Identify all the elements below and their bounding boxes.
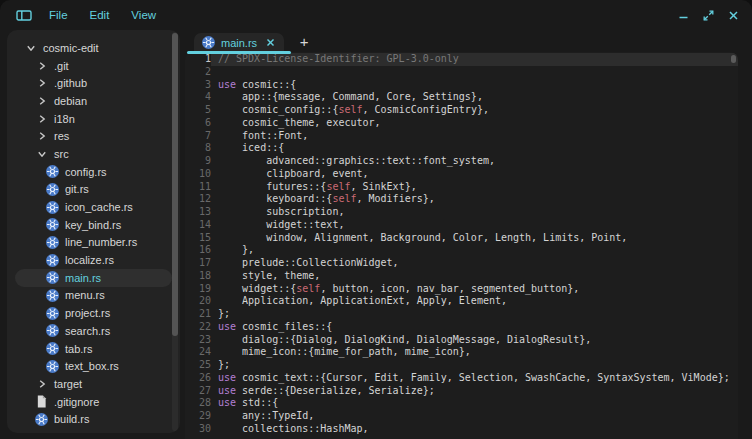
tree-item-search-rs[interactable]: search.rs — [15, 322, 172, 340]
toggle-sidebar-button[interactable] — [12, 3, 36, 27]
tree-item--git[interactable]: .git — [15, 57, 172, 75]
code-text: use cosmic_text::{Cursor, Edit, Family, … — [211, 372, 738, 385]
menu-file[interactable]: File — [38, 4, 79, 26]
tree-item-line-number-rs[interactable]: line_number.rs — [15, 234, 172, 252]
code-text: iced::{ — [211, 142, 738, 155]
chevron-down-icon[interactable] — [24, 41, 37, 54]
code-text: dialog::{Dialog, DialogKind, DialogMessa… — [211, 334, 738, 347]
tree-item-key-bind-rs[interactable]: key_bind.rs — [15, 216, 172, 234]
code-text: }, — [211, 244, 738, 257]
line-number: 19 — [185, 283, 211, 296]
tree-item-label: cosmic-edit — [43, 42, 99, 54]
tree-item-menu-rs[interactable]: menu.rs — [15, 287, 172, 305]
sidebar-scrollbar[interactable] — [172, 32, 178, 431]
rust-file-icon — [46, 289, 59, 302]
tree-item-target[interactable]: target — [15, 375, 172, 393]
code-line-14: 14 widget::text, — [185, 219, 738, 232]
tree-item-localize-rs[interactable]: localize.rs — [15, 251, 172, 269]
line-number: 10 — [185, 168, 211, 181]
code-text: collections::HashMap, — [211, 423, 738, 436]
chevron-right-icon[interactable] — [35, 94, 48, 107]
code-line-6: 6 cosmic_theme, executor, — [185, 117, 738, 130]
code-editor[interactable]: 1// SPDX-License-Identifier: GPL-3.0-onl… — [185, 52, 738, 439]
tree-item-text-box-rs[interactable]: text_box.rs — [15, 357, 172, 375]
tree-item-tab-rs[interactable]: tab.rs — [15, 340, 172, 358]
chevron-right-icon[interactable] — [35, 112, 48, 125]
tree-item-project-rs[interactable]: project.rs — [15, 304, 172, 322]
menu-edit[interactable]: Edit — [79, 4, 121, 26]
code-lines: 1// SPDX-License-Identifier: GPL-3.0-onl… — [185, 52, 738, 436]
minimize-icon — [678, 10, 689, 21]
line-number: 15 — [185, 232, 211, 245]
code-text: }; — [211, 359, 738, 372]
code-text: }; — [211, 308, 738, 321]
line-number: 2 — [185, 66, 211, 79]
tree-item-debian[interactable]: debian — [15, 92, 172, 110]
tree-item-label: .gitignore — [54, 396, 99, 408]
maximize-button[interactable] — [696, 3, 721, 27]
code-line-10: 10 clipboard, event, — [185, 168, 738, 181]
tree-item-label: debian — [54, 95, 87, 107]
code-line-11: 11 futures::{self, SinkExt}, — [185, 181, 738, 194]
chevron-down-icon[interactable] — [35, 147, 48, 160]
close-button[interactable] — [721, 3, 746, 27]
tree-item--github[interactable]: .github — [15, 74, 172, 92]
tab-label: main.rs — [221, 37, 257, 49]
chevron-right-icon[interactable] — [35, 130, 48, 143]
code-line-8: 8 iced::{ — [185, 142, 738, 155]
tree-item-label: res — [54, 130, 69, 142]
code-line-26: 26use cosmic_text::{Cursor, Edit, Family… — [185, 372, 738, 385]
code-text: app::{message, Command, Core, Settings}, — [211, 91, 738, 104]
code-line-27: 27use serde::{Deserialize, Serialize}; — [185, 385, 738, 398]
file-icon — [35, 395, 48, 408]
rust-file-icon — [46, 236, 59, 249]
line-number: 27 — [185, 385, 211, 398]
code-text: use cosmic_files::{ — [211, 321, 738, 334]
rust-file-icon — [46, 324, 59, 337]
tree-item-git-rs[interactable]: git.rs — [15, 181, 172, 199]
tree-item-src[interactable]: src — [15, 145, 172, 163]
tree-item-main-rs[interactable]: main.rs — [15, 269, 172, 287]
tree-item-label: tab.rs — [65, 343, 93, 355]
rust-file-icon — [46, 271, 59, 284]
tree-item-label: src — [54, 148, 69, 160]
code-text: use cosmic::{ — [211, 79, 738, 92]
sidebar-toggle-icon — [16, 9, 32, 22]
code-line-25: 25}; — [185, 359, 738, 372]
tab-main-rs[interactable]: main.rs — [194, 33, 284, 52]
code-line-22: 22use cosmic_files::{ — [185, 321, 738, 334]
rust-file-icon — [46, 183, 59, 196]
line-number: 12 — [185, 193, 211, 206]
minimize-button[interactable] — [671, 3, 696, 27]
code-text: keyboard::{self, Modifiers}, — [211, 193, 738, 206]
code-text: clipboard, event, — [211, 168, 738, 181]
line-number: 28 — [185, 397, 211, 410]
rust-file-icon — [46, 201, 59, 214]
rust-file-icon — [46, 165, 59, 178]
tree-item-icon-cache-rs[interactable]: icon_cache.rs — [15, 198, 172, 216]
chevron-right-icon[interactable] — [35, 377, 48, 390]
line-number: 25 — [185, 359, 211, 372]
tree-item-config-rs[interactable]: config.rs — [15, 163, 172, 181]
line-number: 7 — [185, 130, 211, 143]
tab-close-icon[interactable] — [266, 38, 275, 47]
tree-item-label: menu.rs — [65, 289, 105, 301]
line-number: 29 — [185, 410, 211, 423]
tree-item-res[interactable]: res — [15, 127, 172, 145]
menu-view[interactable]: View — [120, 4, 167, 26]
chevron-right-icon[interactable] — [35, 59, 48, 72]
file-tree-panel: cosmic-edit.git.githubdebiani18nressrcco… — [7, 30, 180, 433]
tree-item-cosmic-edit[interactable]: cosmic-edit — [15, 39, 172, 57]
new-tab-button[interactable]: + — [296, 34, 312, 49]
editor-scrollbar-thumb[interactable] — [731, 55, 736, 63]
chevron-right-icon[interactable] — [35, 77, 48, 90]
line-number: 24 — [185, 346, 211, 359]
tree-item-i18n[interactable]: i18n — [15, 110, 172, 128]
tab-bar: main.rs + — [185, 30, 738, 52]
file-tree: cosmic-edit.git.githubdebiani18nressrcco… — [7, 30, 180, 433]
tree-item-build-rs[interactable]: build.rs — [15, 410, 172, 428]
tree-item--gitignore[interactable]: .gitignore — [15, 393, 172, 411]
sidebar-scrollbar-thumb[interactable] — [172, 33, 178, 336]
line-number: 30 — [185, 423, 211, 436]
code-line-16: 16 }, — [185, 244, 738, 257]
